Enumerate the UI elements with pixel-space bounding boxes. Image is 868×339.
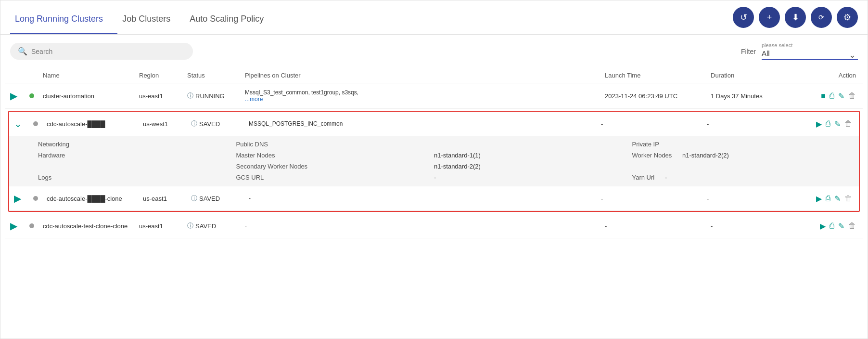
clone-icon-1[interactable]: ⎙ [830,91,834,100]
expand-icon-3[interactable]: ▶ [14,193,33,204]
tabs-bar: Long Running Clusters Job Clusters Auto … [0,0,868,35]
master-nodes-value: n1-standard-1(1) [434,152,632,159]
cluster-region-1: us-east1 [137,92,185,100]
tab-auto-scaling[interactable]: Auto Scaling Policy [185,0,278,34]
toolbar: 🔍 Filter please select All Running Saved… [0,35,868,68]
download-button[interactable]: ⬇ [785,7,806,28]
row-main-3: ▶ cdc-autoscale-████-clone us-east1 ⓘ SA… [9,186,859,210]
search-input[interactable] [31,48,185,55]
cluster-status-2: ⓘ SAVED [189,119,247,128]
refresh-button[interactable]: ↺ [733,7,754,28]
cluster-pipelines-4: - [243,222,603,229]
cluster-launch-1: 2023-11-24 06:23:49 UTC [603,92,709,100]
info-icon-2: ⓘ [191,119,197,128]
app-container: Long Running Clusters Job Clusters Auto … [0,0,868,339]
edit-icon-4[interactable]: ✎ [838,222,844,231]
cluster-region-2: us-west1 [141,120,189,128]
cluster-region-3: us-east1 [141,195,189,202]
expand-icon-4[interactable]: ▶ [10,220,29,232]
play-icon-4[interactable]: ▶ [820,222,826,231]
col-status-header: Status [185,72,243,79]
delete-icon-1[interactable]: 🗑 [848,91,856,100]
filter-select-wrapper: please select All Running Saved Terminat… [762,42,858,60]
info-icon-1: ⓘ [187,91,193,100]
cluster-status-3: ⓘ SAVED [189,194,247,203]
cluster-pipelines-3: - [247,195,599,202]
delete-icon-4[interactable]: 🗑 [848,222,856,230]
cluster-actions-3: ▶ ⎙ ✎ 🗑 [782,194,854,203]
logs-label: Logs [38,174,236,181]
status-text-4: SAVED [195,222,216,230]
public-dns-value [434,141,632,148]
col-pipelines-header: Pipelines on Cluster [243,72,603,79]
master-nodes-label: Master Nodes [236,152,434,159]
expand-icon-2[interactable]: ⌄ [14,118,33,130]
cluster-actions-1: ■ ⎙ ✎ 🗑 [786,91,858,101]
info-icon-4: ⓘ [187,222,193,230]
play-icon-2[interactable]: ▶ [816,119,822,129]
worker-nodes-label: Worker Nodes n1-standard-2(2) [632,152,830,159]
cluster-launch-4: - [603,222,709,230]
status-text-1: RUNNING [195,92,225,100]
cluster-actions-4: ▶ ⎙ ✎ 🗑 [786,222,858,231]
cluster-row-1: ▶ cluster-automation us-east1 ⓘ RUNNING … [5,83,863,109]
clone-icon-2[interactable]: ⎙ [826,119,830,128]
cluster-name-1: cluster-automation [41,92,137,100]
highlighted-section: ⌄ cdc-autoscale-████ us-west1 ⓘ SAVED MS… [8,111,860,212]
cluster-row-2: ⌄ cdc-autoscale-████ us-west1 ⓘ SAVED MS… [9,112,859,186]
expand-icon-1[interactable]: ▶ [10,90,29,102]
row-main-2: ⌄ cdc-autoscale-████ us-west1 ⓘ SAVED MS… [9,112,859,136]
cluster-status-1: ⓘ RUNNING [185,91,243,100]
dot-gray-3 [33,196,38,201]
info-icon-3: ⓘ [191,194,197,203]
tab-long-running[interactable]: Long Running Clusters [10,0,117,34]
col-launch-header: Launch Time [603,72,709,79]
filter-section: Filter please select All Running Saved T… [741,42,858,60]
row-main-4: ▶ cdc-autoscale-test-clone-clone us-east… [5,214,863,238]
stop-icon-1[interactable]: ■ [821,91,826,100]
play-icon-3[interactable]: ▶ [816,194,822,203]
cluster-pipelines-1: Mssql_S3_test_common, test1group, s3sqs,… [243,89,603,103]
cluster-region-4: us-east1 [137,222,185,230]
cluster-duration-3: - [705,195,782,202]
yarn-url-text: Yarn Url [632,174,655,181]
row-details-2: Networking Public DNS Private IP Hardwar… [9,136,859,186]
secondary-nodes-value: n1-standard-2(2) [434,163,632,170]
edit-icon-2[interactable]: ✎ [834,119,841,129]
dot-green-1 [29,93,34,98]
cluster-launch-2: - [599,120,705,128]
cluster-duration-4: - [709,222,786,230]
col-name-header: Name [41,72,137,79]
filter-dropdown[interactable]: All Running Saved Terminated [762,49,858,60]
add-button[interactable]: + [759,7,780,28]
edit-icon-1[interactable]: ✎ [838,91,844,101]
empty-col1 [38,163,236,170]
networking-label: Networking [38,141,236,148]
cluster-row-4: ▶ cdc-autoscale-test-clone-clone us-east… [5,214,863,238]
delete-icon-3[interactable]: 🗑 [844,194,852,203]
delete-icon-2[interactable]: 🗑 [844,119,852,128]
gcs-url-value: - [434,174,632,181]
status-dot-2 [33,120,45,128]
col-status-dot-header [29,72,41,79]
clone-icon-4[interactable]: ⎙ [830,222,834,230]
settings-button[interactable]: ⚙ [837,7,858,28]
tab-job-clusters[interactable]: Job Clusters [117,0,185,34]
public-dns-label: Public DNS [236,141,434,148]
sync-button[interactable]: ⟳ [811,7,832,28]
please-select-label: please select [762,42,858,48]
cluster-name-3: cdc-autoscale-████-clone [45,195,141,202]
status-dot-3 [33,195,45,202]
yarn-url-label: Yarn Url - [632,174,830,181]
header-actions: ↺ + ⬇ ⟳ ⚙ [733,7,858,28]
worker-nodes-text: Worker Nodes [632,152,672,159]
gcs-url-label: GCS URL [236,174,434,181]
cluster-duration-1: 1 Days 37 Minutes [709,92,786,100]
clone-icon-3[interactable]: ⎙ [826,194,830,203]
edit-icon-3[interactable]: ✎ [834,194,841,203]
secondary-nodes-label: Secondary Worker Nodes [236,163,434,170]
more-link-1[interactable]: ...more [245,96,263,103]
pipelines-text-1: Mssql_S3_test_common, test1group, s3sqs, [245,89,358,96]
filter-select-container: All Running Saved Terminated ⌄ [762,49,858,60]
cluster-actions-2: ▶ ⎙ ✎ 🗑 [782,119,854,129]
